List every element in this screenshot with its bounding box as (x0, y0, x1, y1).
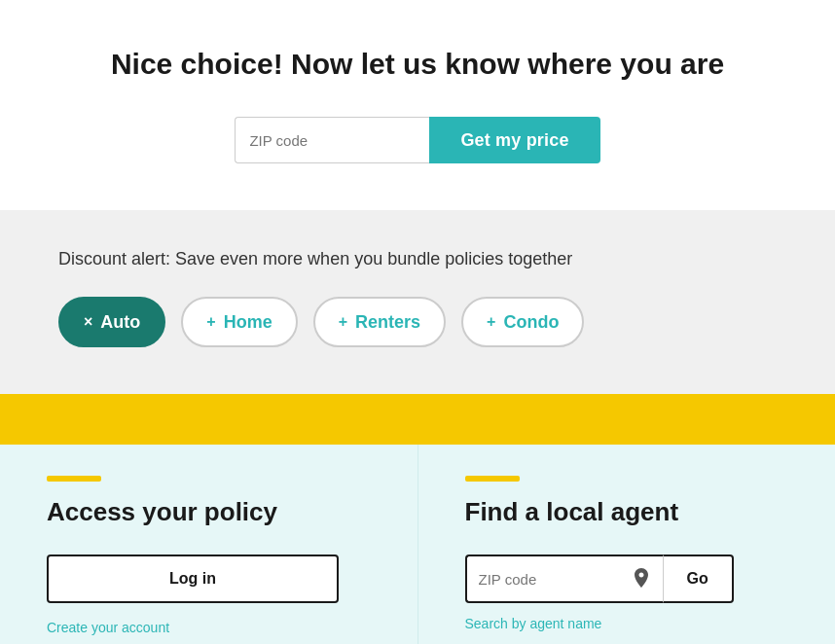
auto-label: Auto (100, 312, 140, 333)
home-plus-icon: + (206, 313, 215, 331)
pill-condo[interactable]: + Condo (461, 297, 584, 347)
accent-bar-right (465, 476, 520, 482)
discount-section: Discount alert: Save even more when you … (0, 210, 835, 394)
login-button[interactable]: Log in (47, 555, 339, 603)
main-heading: Nice choice! Now let us know where you a… (39, 47, 796, 82)
condo-plus-icon: + (487, 313, 495, 331)
access-policy-heading: Access your policy (47, 497, 371, 527)
location-icon[interactable] (621, 555, 664, 603)
access-policy-panel: Access your policy Log in Create your ac… (0, 445, 418, 644)
bundle-pills: × Auto + Home + Renters + Condo (58, 297, 777, 347)
zip-row: Get my price (39, 117, 796, 163)
discount-text: Discount alert: Save even more when you … (58, 249, 777, 269)
create-account-link[interactable]: Create your account (47, 620, 169, 635)
search-by-agent-name-link[interactable]: Search by agent name (465, 616, 602, 631)
renters-label: Renters (355, 312, 420, 333)
agent-zip-input[interactable] (465, 555, 621, 603)
zip-code-input[interactable] (235, 117, 429, 163)
go-button[interactable]: Go (664, 555, 734, 603)
pill-auto[interactable]: × Auto (58, 297, 165, 347)
home-label: Home (224, 312, 272, 333)
accent-bar-left (47, 476, 101, 482)
find-agent-heading: Find a local agent (465, 497, 789, 527)
pill-home[interactable]: + Home (181, 297, 297, 347)
yellow-banner (0, 394, 835, 445)
agent-search-row: Go (465, 555, 777, 603)
get-price-button[interactable]: Get my price (429, 117, 599, 163)
bottom-section: Access your policy Log in Create your ac… (0, 445, 835, 644)
renters-plus-icon: + (339, 313, 347, 331)
pill-renters[interactable]: + Renters (313, 297, 446, 347)
condo-label: Condo (503, 312, 559, 333)
find-agent-panel: Find a local agent Go Search by agent na… (418, 445, 836, 644)
auto-icon: × (84, 313, 92, 331)
top-section: Nice choice! Now let us know where you a… (0, 0, 835, 210)
